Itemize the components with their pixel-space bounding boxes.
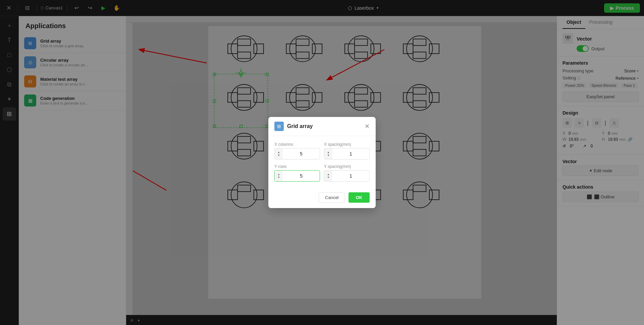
y-rows-field: Y rows ▲ ▼ <box>274 164 320 182</box>
grid-array-modal: ⊞ Grid array ✕ X columns ▲ ▼ <box>268 117 376 208</box>
up-arrow: ▲ <box>277 173 280 176</box>
up-arrow: ▲ <box>327 173 330 176</box>
ok-button[interactable]: OK <box>348 192 370 203</box>
modal-overlay: ⊞ Grid array ✕ X columns ▲ ▼ <box>0 0 644 325</box>
down-arrow: ▼ <box>327 154 330 157</box>
modal-close-button[interactable]: ✕ <box>365 123 370 130</box>
x-spacing-label: X spacing(mm) <box>324 142 370 147</box>
y-spacing-label: Y spacing(mm) <box>324 164 370 169</box>
up-arrow: ▲ <box>327 151 330 154</box>
x-columns-label: X columns <box>274 142 320 147</box>
up-arrow: ▲ <box>277 151 280 154</box>
y-spacing-spinner[interactable]: ▲ ▼ <box>324 171 332 181</box>
y-rows-spinner[interactable]: ▲ ▼ <box>275 171 283 181</box>
down-arrow: ▼ <box>327 176 330 179</box>
x-spacing-spinner[interactable]: ▲ ▼ <box>324 148 332 159</box>
y-spacing-field: Y spacing(mm) ▲ ▼ <box>324 164 370 182</box>
y-spacing-input[interactable] <box>332 173 369 179</box>
down-arrow: ▼ <box>277 154 280 157</box>
x-columns-input[interactable] <box>283 151 320 156</box>
x-columns-spinner[interactable]: ▲ ▼ <box>275 148 283 159</box>
x-spacing-input[interactable] <box>332 151 369 156</box>
y-rows-input[interactable] <box>283 173 320 179</box>
cancel-button[interactable]: Cancel <box>319 192 345 203</box>
x-spacing-field: X spacing(mm) ▲ ▼ <box>324 142 370 159</box>
modal-title: Grid array <box>287 123 361 129</box>
x-columns-field: X columns ▲ ▼ <box>274 142 320 159</box>
down-arrow: ▼ <box>277 176 280 179</box>
modal-icon: ⊞ <box>274 122 284 131</box>
y-rows-label: Y rows <box>274 164 320 169</box>
